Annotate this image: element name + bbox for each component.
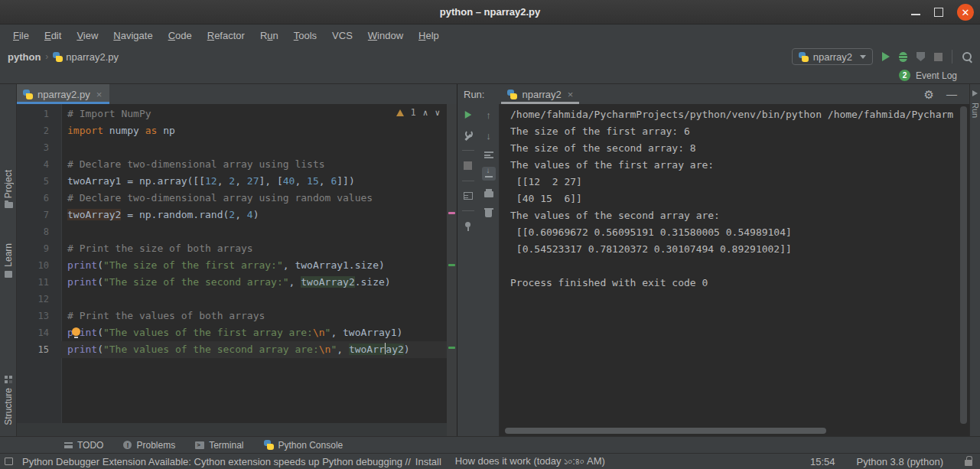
menu-refactor[interactable]: Refactor — [200, 28, 252, 44]
line-number: 3 — [17, 139, 61, 156]
toolwindow-switcher-icon[interactable] — [5, 458, 13, 465]
learn-icon — [5, 271, 12, 278]
code-line-5[interactable]: 5twoArray1 = np.array([[12, 2, 27], [40,… — [17, 173, 457, 190]
menu-run[interactable]: Run — [253, 28, 285, 44]
down-stack-trace-icon[interactable]: ↓ — [486, 131, 491, 141]
soft-wrap-icon[interactable] — [484, 151, 493, 158]
interpreter-widget[interactable]: Python 3.8 (python) — [857, 456, 943, 467]
error-stripe[interactable] — [447, 104, 457, 436]
menu-file[interactable]: File — [6, 28, 36, 44]
breadcrumb-file[interactable]: nparray2.py — [66, 51, 119, 63]
bottom-tab-python-console[interactable]: Python Console — [264, 440, 343, 451]
code-line-10[interactable]: 10print("The size of the first array:", … — [17, 257, 457, 274]
menu-tools[interactable]: Tools — [287, 28, 324, 44]
menu-navigate[interactable]: Navigate — [106, 28, 159, 44]
tool-strip-run-tab[interactable]: Run — [971, 103, 980, 118]
lock-icon[interactable] — [965, 460, 972, 466]
menu-vcs[interactable]: VCS — [325, 28, 360, 44]
menu-help[interactable]: Help — [412, 28, 446, 44]
run-tab-nparray2[interactable]: nparray2 × — [501, 84, 579, 104]
inspection-widget[interactable]: 1 ∧ ∨ — [396, 107, 440, 118]
line-number: 4 — [17, 156, 61, 173]
run-configuration-select[interactable]: nparray2 — [792, 48, 873, 65]
chevron-down-icon[interactable]: ∨ — [435, 108, 440, 118]
stripe-marker[interactable] — [448, 264, 455, 266]
bottom-tab-problems[interactable]: !Problems — [123, 440, 175, 451]
code-line-4[interactable]: 4# Declare two-dimensional array using l… — [17, 156, 457, 173]
restore-layout-icon[interactable] — [464, 192, 473, 200]
line-number: 9 — [17, 240, 61, 257]
run-button[interactable] — [882, 52, 890, 61]
event-log-button[interactable]: Event Log — [916, 70, 957, 81]
minimize-button[interactable] — [911, 14, 920, 15]
line-number: 10 — [17, 257, 61, 274]
sidebar-tab-learn[interactable]: Learn — [0, 243, 17, 278]
console-line: [[12 2 27] — [510, 174, 969, 191]
stop-button[interactable] — [934, 53, 943, 61]
stripe-marker[interactable] — [448, 347, 455, 349]
code-line-9[interactable]: 9# Print the size of both arrays — [17, 240, 457, 257]
bottom-tab-todo[interactable]: TODO — [64, 440, 103, 451]
pin-tab-icon[interactable] — [464, 222, 472, 231]
bottom-tab-terminal[interactable]: >Terminal — [195, 440, 243, 451]
clear-console-icon[interactable] — [485, 210, 492, 217]
line-number: 7 — [17, 207, 61, 223]
rerun-button[interactable] — [464, 111, 471, 119]
menu-code[interactable]: Code — [161, 28, 199, 44]
code-line-12[interactable]: 12 — [17, 291, 457, 308]
sidebar-tab-structure[interactable]: Structure — [0, 375, 17, 425]
line-number: 8 — [17, 223, 61, 240]
print-icon[interactable] — [484, 191, 493, 197]
stop-button[interactable] — [464, 161, 472, 170]
status-message: Python Debugger Extension Available: Cyt… — [22, 456, 411, 467]
console-vscrollbar[interactable] — [960, 106, 967, 424]
menu-edit[interactable]: Edit — [37, 28, 68, 44]
breadcrumb-project[interactable]: python — [8, 51, 41, 63]
stripe-marker[interactable] — [448, 212, 455, 214]
search-everywhere-icon[interactable] — [962, 51, 972, 62]
how-it-works-link[interactable]: How does it work (today ১০:৪০ AM) — [455, 455, 605, 467]
bottom-tool-bar: TODO!Problems>TerminalPython Console — [0, 436, 980, 453]
menu-view[interactable]: View — [70, 28, 105, 44]
coverage-button[interactable] — [917, 52, 925, 61]
code-line-2[interactable]: 2import numpy as np — [17, 122, 457, 139]
toolbar-divider — [462, 210, 474, 211]
code-line-7[interactable]: 7twoArray2 = np.random.rand(2, 4) — [17, 207, 457, 223]
code-line-3[interactable]: 3 — [17, 139, 457, 156]
debug-button[interactable] — [899, 52, 907, 62]
tab-close-icon[interactable]: × — [568, 89, 574, 100]
event-log-strip: 2 Event Log — [0, 67, 980, 84]
maximize-button[interactable] — [934, 8, 943, 17]
line-number: 6 — [17, 190, 61, 207]
console-hscrollbar[interactable] — [505, 428, 826, 434]
up-stack-trace-icon[interactable]: ↑ — [486, 110, 491, 120]
code-line-15[interactable]: 15print("The values of the second array … — [17, 341, 457, 358]
line-number: 15 — [17, 341, 61, 358]
window-title: python – nparray2.py — [440, 6, 540, 18]
editor-hscrollbar[interactable] — [17, 423, 447, 436]
hide-icon[interactable]: — — [946, 88, 957, 100]
code-line-14[interactable]: 14print("The values of the first array a… — [17, 324, 457, 341]
toolbar-divider — [952, 50, 952, 64]
run-console-output[interactable]: /home/fahmida/PycharmProjects/python/ven… — [500, 104, 969, 436]
sidebar-tab-project[interactable]: Project — [0, 170, 17, 208]
code-line-6[interactable]: 6# Declare two-dimensional array using r… — [17, 190, 457, 207]
settings-wrench-icon[interactable] — [464, 130, 473, 139]
warning-icon — [396, 109, 404, 116]
scroll-to-end-button[interactable] — [482, 167, 496, 181]
editor-body[interactable]: 1 ∧ ∨ 1# Import NumPy2import numpy as np… — [17, 104, 457, 436]
editor-tab-bar: nparray2.py × — [17, 84, 457, 104]
close-button[interactable]: ✕ — [957, 4, 974, 21]
menu-window[interactable]: Window — [361, 28, 410, 44]
code-line-8[interactable]: 8 — [17, 223, 457, 240]
code-line-11[interactable]: 11print("The size of the second array:",… — [17, 274, 457, 291]
intention-bulb-icon[interactable] — [72, 327, 80, 336]
chevron-up-icon[interactable]: ∧ — [423, 108, 428, 118]
gear-icon[interactable]: ⚙ — [924, 89, 934, 100]
editor-tab-nparray2[interactable]: nparray2.py × — [17, 84, 109, 104]
code-line-1[interactable]: 1# Import NumPy — [17, 106, 457, 122]
console-line — [510, 258, 969, 275]
tab-close-icon[interactable]: × — [96, 89, 103, 100]
install-link[interactable]: Install — [415, 456, 441, 467]
code-line-13[interactable]: 13# Print the values of both arrays — [17, 308, 457, 324]
